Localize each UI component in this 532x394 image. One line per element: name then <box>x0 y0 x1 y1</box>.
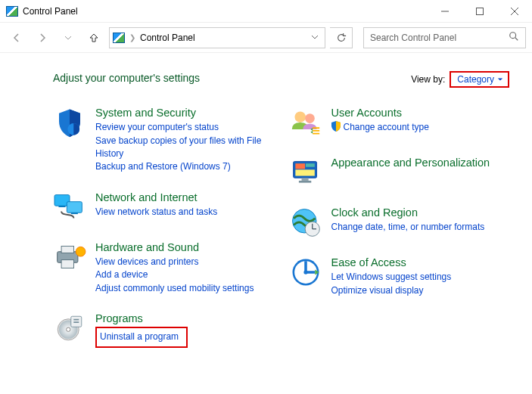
up-button[interactable] <box>83 27 104 48</box>
view-by-control: View by: Category <box>411 71 509 88</box>
category-network-and-internet: Network and Internet View network status… <box>53 191 274 224</box>
svg-rect-1 <box>477 8 484 14</box>
category-title[interactable]: Clock and Region <box>331 206 485 219</box>
category-title[interactable]: System and Security <box>95 106 274 119</box>
link-optimize-display[interactable]: Optimize visual display <box>331 284 452 297</box>
search-input[interactable]: Search Control Panel <box>363 27 526 48</box>
forward-button[interactable] <box>32 27 53 48</box>
category-user-accounts: User Accounts Change account type <box>289 106 510 139</box>
category-title[interactable]: Network and Internet <box>95 191 217 204</box>
breadcrumb-chevron-icon[interactable]: ❯ <box>129 33 135 42</box>
category-system-and-security: System and Security Review your computer… <box>53 106 274 174</box>
view-by-dropdown[interactable]: Category <box>450 71 509 88</box>
link-mobility-settings[interactable]: Adjust commonly used mobility settings <box>95 282 254 295</box>
svg-point-22 <box>305 113 315 123</box>
category-clock-region: Clock and Region Change date, time, or n… <box>289 206 510 239</box>
search-icon <box>509 31 519 44</box>
programs-disc-icon <box>53 312 86 345</box>
svg-rect-27 <box>301 178 308 181</box>
svg-rect-28 <box>298 181 310 183</box>
link-suggest-settings[interactable]: Let Windows suggest settings <box>331 271 452 284</box>
address-bar[interactable]: ❯ Control Panel <box>109 27 325 48</box>
link-review-status[interactable]: Review your computer's status <box>95 121 274 134</box>
svg-point-21 <box>294 111 306 123</box>
svg-rect-20 <box>73 321 79 323</box>
svg-point-35 <box>303 270 307 274</box>
link-add-device[interactable]: Add a device <box>95 268 254 281</box>
category-title[interactable]: Appearance and Personalization <box>331 156 490 169</box>
appearance-monitor-icon <box>289 156 322 189</box>
right-column: User Accounts Change account type Appear… <box>289 106 510 365</box>
category-appearance: Appearance and Personalization <box>289 156 510 189</box>
chevron-down-icon <box>497 76 503 82</box>
minimize-button[interactable] <box>428 0 462 23</box>
svg-rect-10 <box>71 213 78 214</box>
link-network-status[interactable]: View network status and tasks <box>95 206 217 219</box>
view-by-value: Category <box>457 74 494 85</box>
svg-rect-19 <box>73 319 79 321</box>
link-uninstall-program[interactable]: Uninstall a program <box>95 327 188 347</box>
search-placeholder: Search Control Panel <box>370 33 456 43</box>
svg-point-17 <box>67 327 70 331</box>
ease-of-access-icon <box>289 256 322 289</box>
control-panel-app-icon <box>6 6 18 17</box>
left-column: System and Security Review your computer… <box>53 106 274 365</box>
category-ease-of-access: Ease of Access Let Windows suggest setti… <box>289 256 510 297</box>
category-title[interactable]: Hardware and Sound <box>95 240 254 254</box>
network-icon <box>53 191 86 224</box>
category-title[interactable]: Programs <box>95 312 188 325</box>
address-history-dropdown[interactable] <box>308 33 322 43</box>
svg-point-4 <box>510 33 516 39</box>
category-title[interactable]: Ease of Access <box>331 256 452 269</box>
recent-locations-dropdown[interactable] <box>58 27 79 48</box>
uac-shield-icon <box>331 121 341 134</box>
globe-clock-icon <box>289 206 322 239</box>
category-title[interactable]: User Accounts <box>331 106 429 119</box>
printer-icon <box>53 240 86 274</box>
svg-rect-12 <box>61 246 73 253</box>
user-accounts-icon <box>289 106 322 139</box>
link-date-time-formats[interactable]: Change date, time, or number formats <box>331 221 485 234</box>
svg-rect-9 <box>58 206 65 207</box>
content-area: Adjust your computer's settings View by:… <box>0 53 532 387</box>
link-file-history[interactable]: Save backup copies of your files with Fi… <box>95 135 274 161</box>
breadcrumb-current[interactable]: Control Panel <box>140 33 195 43</box>
svg-rect-25 <box>306 163 315 167</box>
back-button[interactable] <box>6 27 27 48</box>
control-panel-path-icon <box>113 33 125 43</box>
category-hardware-and-sound: Hardware and Sound View devices and prin… <box>53 240 274 295</box>
window-title: Control Panel <box>23 6 78 17</box>
category-programs: Programs Uninstall a program <box>53 312 274 348</box>
svg-rect-24 <box>295 163 305 169</box>
maximize-button[interactable] <box>462 0 497 23</box>
svg-rect-13 <box>61 259 73 268</box>
svg-rect-8 <box>67 201 82 213</box>
page-heading: Adjust your computer's settings <box>53 72 200 84</box>
refresh-button[interactable] <box>330 27 353 48</box>
close-button[interactable] <box>497 0 532 23</box>
navigation-bar: ❯ Control Panel Search Control Panel <box>0 23 532 53</box>
view-by-label: View by: <box>411 74 445 85</box>
window-titlebar: Control Panel <box>0 0 532 23</box>
svg-rect-26 <box>295 169 314 175</box>
shield-icon <box>53 106 86 139</box>
link-backup-restore[interactable]: Backup and Restore (Windows 7) <box>95 160 274 173</box>
link-devices-printers[interactable]: View devices and printers <box>95 256 254 268</box>
link-change-account-type[interactable]: Change account type <box>344 121 429 134</box>
svg-point-14 <box>76 247 86 256</box>
svg-line-5 <box>515 38 518 41</box>
